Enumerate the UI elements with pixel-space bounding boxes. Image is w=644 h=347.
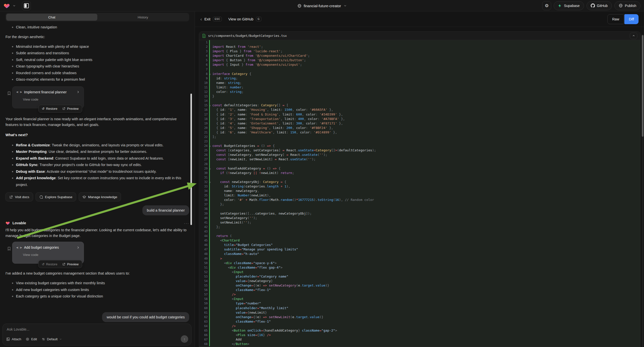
send-button[interactable]: ↑ bbox=[181, 335, 188, 343]
code-line: 2import React from 'react'; bbox=[199, 44, 640, 49]
lovable-logo-icon[interactable] bbox=[4, 2, 10, 9]
edit-button[interactable]: Edit bbox=[26, 337, 37, 341]
code-text bbox=[210, 206, 212, 211]
bookmark-icon[interactable] bbox=[7, 91, 11, 96]
lovable-heart-icon bbox=[6, 221, 10, 225]
editor-scrollbar[interactable] bbox=[642, 35, 644, 137]
settings-button[interactable]: ⚙ bbox=[542, 1, 551, 10]
diff-tab[interactable]: Diff bbox=[624, 14, 638, 24]
chip-visit-docs[interactable]: Visit docs bbox=[6, 192, 33, 202]
chip-explore-supabase[interactable]: Explore Supabase bbox=[36, 192, 76, 202]
code-text: value={newLimit} bbox=[210, 310, 267, 315]
code-line: 18 { id: '3', name: 'Transportation', li… bbox=[199, 117, 640, 121]
fold-chevron-icon[interactable]: ∨ bbox=[210, 103, 211, 108]
code-line: 12 color: string; bbox=[199, 90, 640, 94]
line-number: 32∨ bbox=[199, 180, 209, 184]
code-line: 23 bbox=[199, 139, 640, 144]
edit-card-title: Add budget categories bbox=[24, 246, 74, 250]
code-text: color: string; bbox=[210, 90, 244, 94]
chat-paragraph: Your sleek financial planner is now read… bbox=[6, 116, 189, 128]
github-button[interactable]: GitHub bbox=[586, 1, 612, 10]
code-line: 52 <Input bbox=[199, 270, 640, 274]
assistant-name: Lovable bbox=[12, 221, 182, 225]
line-number: 16 bbox=[199, 108, 209, 112]
chevron-left-icon[interactable]: ‹ bbox=[200, 17, 202, 22]
code-text: placeholder="Monthly limit" bbox=[210, 306, 288, 310]
restore-button[interactable]: ↺Restore bbox=[40, 106, 60, 112]
restore-preview-toolbar: ↺RestorePreview bbox=[38, 260, 82, 268]
collapse-file-button[interactable] bbox=[630, 32, 637, 39]
preview-button[interactable]: Preview bbox=[60, 261, 81, 267]
code-text bbox=[210, 162, 212, 166]
code-text: id: String(categories.length + 1), bbox=[210, 184, 290, 189]
line-number: 64 bbox=[199, 324, 209, 328]
file-path: src/components/budget/BudgetCategories.t… bbox=[208, 34, 627, 38]
tab-chat[interactable]: Chat bbox=[6, 14, 97, 21]
view-code-link[interactable]: View code bbox=[23, 98, 80, 101]
line-number: 13 bbox=[199, 94, 209, 98]
line-number: 22 bbox=[199, 135, 209, 139]
project-switcher[interactable]: financial-future-creator bbox=[297, 0, 347, 12]
sidebar-panel-icon bbox=[24, 3, 29, 8]
line-number: 48 bbox=[199, 252, 209, 256]
tab-history[interactable]: History bbox=[97, 14, 188, 21]
list-item: Clean, intuitive navigation bbox=[6, 24, 189, 30]
fold-chevron-icon[interactable]: ∨ bbox=[210, 144, 211, 148]
model-selector[interactable]: Default bbox=[42, 337, 62, 341]
code-text: type="number" bbox=[210, 301, 261, 306]
line-number: 2 bbox=[199, 44, 209, 49]
line-number: 1 bbox=[199, 40, 209, 44]
line-number: 62 bbox=[199, 315, 209, 319]
bookmark-icon[interactable] bbox=[7, 246, 11, 251]
code-text: name: newCategory, bbox=[210, 189, 259, 193]
supabase-bolt-icon bbox=[558, 4, 562, 8]
code-text: /> bbox=[210, 292, 236, 297]
line-number: 8∨ bbox=[199, 72, 209, 76]
external-link-icon bbox=[62, 262, 66, 266]
line-number: 40 bbox=[199, 216, 209, 220]
chat-scrollbar[interactable] bbox=[190, 94, 192, 225]
raw-tab[interactable]: Raw bbox=[608, 14, 624, 24]
restore-button[interactable]: ↺Restore bbox=[40, 261, 60, 267]
fold-chevron-icon[interactable]: ∨ bbox=[210, 72, 211, 76]
line-number: 17 bbox=[199, 112, 209, 117]
code-icon: < > bbox=[16, 246, 22, 250]
supabase-button[interactable]: Supabase bbox=[554, 1, 584, 10]
line-number: 3 bbox=[199, 49, 209, 54]
target-icon bbox=[26, 337, 29, 341]
restore-preview-toolbar: ↺RestorePreview bbox=[38, 105, 82, 113]
code-text: ]; bbox=[210, 135, 216, 139]
publish-button[interactable]: Publish bbox=[614, 1, 640, 10]
view-on-github-link[interactable]: View on GitHub bbox=[228, 17, 253, 21]
code-line: 35 limit: Number(newLimit), bbox=[199, 193, 640, 198]
fold-chevron-icon[interactable]: ∨ bbox=[210, 166, 211, 171]
attach-button[interactable]: Attach bbox=[6, 337, 21, 341]
fold-chevron-icon[interactable]: ∨ bbox=[210, 180, 211, 184]
code-line: 60 placeholder="Monthly limit" bbox=[199, 306, 640, 310]
code-text: return ( bbox=[210, 234, 232, 238]
editor-toolbar: ‹ Exit ESC View on GitHub G Raw Diff bbox=[195, 12, 644, 27]
line-number: 20 bbox=[199, 126, 209, 130]
chat-composer[interactable]: Ask Lovable... Attach Edit Default bbox=[2, 324, 192, 346]
code-line: 4import ChartCard from '@/components/ui/… bbox=[199, 54, 640, 58]
code-text bbox=[210, 40, 212, 44]
code-line: 33 id: String(categories.length + 1), bbox=[199, 184, 640, 189]
code-line: 64 /> bbox=[199, 324, 640, 328]
view-code-link[interactable]: View code bbox=[23, 253, 80, 257]
code-text: } bbox=[210, 94, 214, 98]
file-header[interactable]: src/components/budget/BudgetCategories.t… bbox=[199, 32, 640, 40]
more-menu-icon[interactable]: ··· bbox=[184, 221, 189, 225]
code-panel: ‹ Exit ESC View on GitHub G Raw Diff src… bbox=[195, 12, 644, 347]
chip-manage-knowledge[interactable]: Manage knowledge bbox=[79, 192, 121, 202]
code-text: { id: '6', name: 'Healthcare', limit: 15… bbox=[210, 130, 337, 135]
chevron-down-icon[interactable] bbox=[12, 4, 16, 8]
line-number: 60 bbox=[199, 306, 209, 310]
line-number: 34 bbox=[199, 189, 209, 193]
line-number: 6 bbox=[199, 62, 209, 67]
preview-button[interactable]: Preview bbox=[60, 106, 81, 112]
toggle-sidebar-button[interactable] bbox=[22, 1, 31, 10]
edit-card-row: < >Implement financial plannerView code↺… bbox=[6, 86, 189, 112]
code-text: <div className="space-y-6"> bbox=[210, 261, 276, 265]
exit-button[interactable]: Exit bbox=[204, 17, 210, 21]
external-link-icon bbox=[62, 107, 66, 110]
